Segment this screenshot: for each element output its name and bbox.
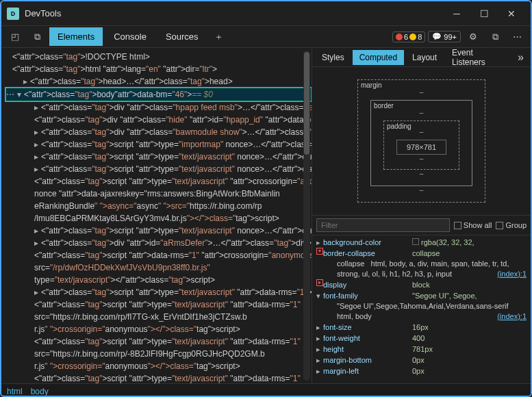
computed-properties[interactable]: ▸background-colorrgba(32, 32, 32,▾border…: [312, 235, 531, 383]
inspect-icon[interactable]: ◰: [5, 29, 25, 45]
filter-row: Show all Group: [312, 215, 531, 235]
dom-node[interactable]: ▸<"attr">class="tag">div "attr">id="aRms…: [5, 237, 312, 249]
computed-property-source[interactable]: collapse html, body, a, div, main, span,…: [316, 259, 527, 279]
window-title: DevTools: [25, 8, 443, 18]
dom-node[interactable]: type="text/javascript"></"attr">class="t…: [5, 274, 312, 286]
close-button[interactable]: ✕: [498, 3, 525, 25]
scrollbar-thumb[interactable]: [304, 52, 309, 155]
dom-node[interactable]: src="https://r.bing.com/rp/-8B2JlFI9HgFc…: [5, 348, 312, 360]
dom-node[interactable]: ▸<"attr">class="tag">script "attr">type=…: [5, 138, 312, 151]
group-checkbox[interactable]: Group: [496, 221, 527, 229]
computed-property[interactable]: ▸background-colorrgba(32, 32, 32,: [316, 237, 527, 248]
tab-layout[interactable]: Layout: [405, 50, 444, 65]
dom-node-selected[interactable]: ⋯▾<"attr">class="tag">body "attr">data-b…: [5, 88, 312, 101]
dom-node[interactable]: <"attr">class="tag">script "attr">type="…: [5, 335, 312, 348]
tab-elements[interactable]: Elements: [49, 27, 103, 46]
issues-badge[interactable]: 💬 99+: [428, 31, 461, 42]
add-tab-icon[interactable]: ＋: [210, 29, 229, 45]
dom-node[interactable]: src="/rp/dwfOzHDDekXwfJVsVbU9pn38ff0.br.…: [5, 261, 312, 274]
computed-property[interactable]: ▸height781px: [316, 344, 527, 355]
dom-node[interactable]: <"attr">class="tag">!DOCTYPE html>: [5, 51, 312, 63]
computed-property[interactable]: ▸font-weight400: [316, 333, 527, 344]
dom-node[interactable]: ▸<"attr">class="tag">script "attr">type=…: [5, 286, 312, 298]
dom-node[interactable]: <"attr">class="tag">html "attr">lang="en…: [5, 63, 312, 75]
dom-node[interactable]: ▸<"attr">class="tag">script "attr">type=…: [5, 163, 312, 175]
minimize-button[interactable]: ─: [443, 3, 470, 25]
tab-styles[interactable]: Styles: [315, 50, 351, 65]
filter-input[interactable]: [316, 218, 450, 232]
dom-node[interactable]: src="https://r.bing.com/rp/fI7TG-xk_ErVn…: [5, 311, 312, 323]
box-model-content: 978×781: [396, 140, 446, 155]
crumb-body[interactable]: body: [31, 387, 49, 396]
maximize-button[interactable]: ☐: [470, 3, 498, 25]
dom-node[interactable]: /lmu8EBCaPRMKtay8LSArGyY3mv4.br.js"></">…: [5, 212, 312, 225]
dom-node[interactable]: r.js" ">crossorigin="anonymous"></">clas…: [5, 323, 312, 335]
elements-panel[interactable]: <"attr">class="tag">!DOCTYPE html><"attr…: [1, 48, 312, 383]
tab-event-listeners[interactable]: Event Listeners: [445, 48, 512, 70]
crumb-html[interactable]: html: [7, 387, 23, 396]
warn-dot-icon: [409, 34, 416, 40]
dom-node[interactable]: <"attr">class="tag">div "attr">class="hi…: [5, 114, 312, 126]
more-tabs-icon[interactable]: »: [514, 49, 528, 66]
dom-node[interactable]: r.js" ">crossorigin="anonymous"></">clas…: [5, 360, 312, 372]
error-dot-icon: [396, 34, 403, 40]
dom-node[interactable]: <"attr">class="tag">script "attr">type="…: [5, 175, 312, 188]
dom-node[interactable]: nonce "attr">data-ajaxreskey="rms:answer…: [5, 188, 312, 200]
dom-node[interactable]: ▸<"attr">class="tag">head>…</"attr">clas…: [5, 75, 312, 88]
dom-node[interactable]: <"attr">class="tag">script "attr">type="…: [5, 372, 312, 383]
dom-node[interactable]: eRankingBundle" ">async="async" ">src="h…: [5, 200, 312, 212]
error-warn-badge[interactable]: 6 8: [392, 31, 425, 42]
more-icon[interactable]: ⋯: [507, 29, 527, 45]
dom-node[interactable]: ▸<"attr">class="tag">div "attr">class="b…: [5, 126, 312, 138]
tab-sources[interactable]: Sources: [157, 27, 207, 46]
computed-property[interactable]: ▸displayblock: [316, 279, 527, 290]
devtools-icon: D: [7, 8, 19, 20]
titlebar: D DevTools ─ ☐ ✕: [1, 1, 531, 26]
right-panel: Styles Computed Layout Event Listeners »…: [312, 48, 531, 383]
breadcrumb: html body: [1, 383, 531, 397]
tab-console[interactable]: Console: [105, 27, 155, 46]
computed-property[interactable]: ▸margin-bottom0px: [316, 355, 527, 366]
scrollbar[interactable]: [303, 51, 310, 381]
settings-icon[interactable]: ⚙: [464, 29, 483, 45]
right-tabs: Styles Computed Layout Event Listeners »: [312, 48, 531, 67]
box-model[interactable]: margin – border – padding – 978×781 – – …: [312, 67, 531, 215]
computed-property-source[interactable]: "Segoe UI",Segoe,Tahoma,Arial,Verdana,sa…: [316, 301, 527, 322]
computed-property[interactable]: ▾border-collapsecollapse: [316, 248, 527, 259]
dom-node[interactable]: ▸<"attr">class="tag">div "attr">class="h…: [5, 101, 312, 114]
device-icon[interactable]: ⧉: [27, 29, 47, 45]
computed-property[interactable]: ▾font-family"Segoe UI", Segoe,: [316, 290, 527, 301]
main-toolbar: ◰ ⧉ Elements Console Sources ＋ 6 8 💬 99+…: [1, 26, 531, 48]
dom-node[interactable]: ▸<"attr">class="tag">script "attr">type=…: [5, 151, 312, 163]
dom-node[interactable]: <"attr">class="tag">script "attr">data-r…: [5, 249, 312, 261]
tab-computed[interactable]: Computed: [353, 50, 404, 65]
dom-node[interactable]: ▸<"attr">class="tag">script "attr">type=…: [5, 225, 312, 237]
dom-node[interactable]: <"attr">class="tag">script "attr">type="…: [5, 298, 312, 311]
computed-property[interactable]: ▸font-size16px: [316, 322, 527, 333]
computed-property[interactable]: ▸margin-left0px: [316, 366, 527, 376]
dock-icon[interactable]: ⧉: [485, 29, 505, 45]
show-all-checkbox[interactable]: Show all: [454, 221, 492, 229]
